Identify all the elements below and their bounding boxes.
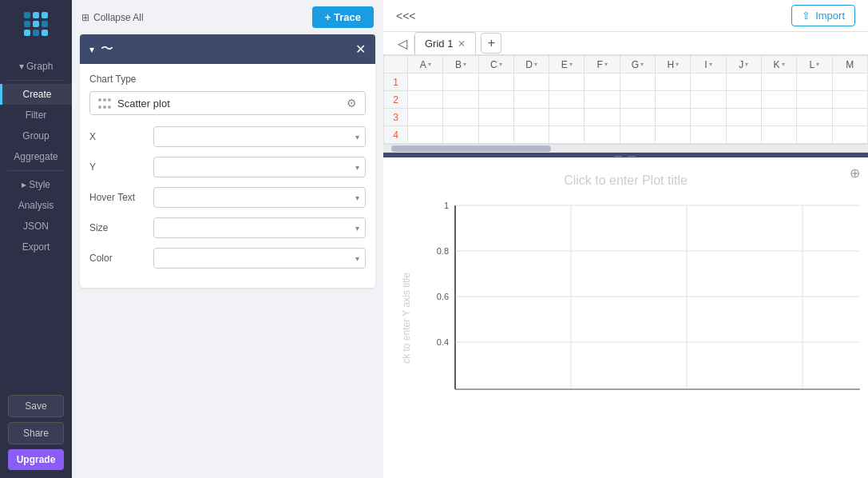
save-button[interactable]: Save — [8, 395, 64, 417]
cell-c2[interactable] — [478, 91, 513, 109]
cell-f1[interactable] — [585, 74, 620, 91]
cell-l1[interactable] — [797, 74, 832, 91]
cell-k4[interactable] — [761, 126, 796, 144]
nav-back-button[interactable]: <<< — [396, 10, 416, 22]
cell-i4[interactable] — [691, 126, 726, 144]
cell-c3[interactable] — [478, 109, 513, 126]
cell-d4[interactable] — [513, 126, 549, 144]
cell-k3[interactable] — [761, 109, 796, 126]
cell-e3[interactable] — [549, 109, 585, 126]
cell-i2[interactable] — [691, 91, 726, 109]
cell-l3[interactable] — [797, 109, 832, 126]
cell-m2[interactable] — [832, 91, 867, 109]
color-field-select[interactable] — [153, 248, 366, 269]
cell-f3[interactable] — [585, 109, 620, 126]
cell-d1[interactable] — [513, 74, 549, 91]
cell-j3[interactable] — [726, 109, 761, 126]
col-header-f[interactable]: F ▾ — [585, 56, 620, 74]
col-header-d[interactable]: D ▾ — [513, 56, 549, 74]
cell-a4[interactable] — [408, 126, 443, 144]
cell-g1[interactable] — [620, 74, 655, 91]
cell-j1[interactable] — [726, 74, 761, 91]
gear-icon[interactable]: ⚙ — [347, 97, 357, 110]
chart-title-placeholder[interactable]: Click to enter Plot title — [564, 173, 688, 188]
col-header-e[interactable]: E ▾ — [549, 56, 585, 74]
col-header-h[interactable]: H ▾ — [656, 56, 691, 74]
cell-f4[interactable] — [585, 126, 620, 144]
cell-e4[interactable] — [549, 126, 585, 144]
cell-i1[interactable] — [691, 74, 726, 91]
chart-type-selector[interactable]: Scatter plot ⚙ — [89, 91, 366, 115]
cell-k2[interactable] — [761, 91, 796, 109]
sidebar-item-aggregate[interactable]: Aggregate — [0, 146, 72, 167]
cell-l2[interactable] — [797, 91, 832, 109]
cell-d2[interactable] — [513, 91, 549, 109]
cell-m4[interactable] — [832, 126, 867, 144]
cell-e2[interactable] — [549, 91, 585, 109]
cell-m3[interactable] — [832, 109, 867, 126]
cell-i3[interactable] — [691, 109, 726, 126]
cell-c1[interactable] — [478, 74, 513, 91]
cell-b1[interactable] — [443, 74, 478, 91]
collapse-all-button[interactable]: ⊞ Collapse All — [81, 12, 144, 23]
cell-b4[interactable] — [443, 126, 478, 144]
close-tab-icon[interactable]: ✕ — [458, 38, 466, 50]
col-header-a[interactable]: A ▾ — [408, 56, 443, 74]
cell-g4[interactable] — [620, 126, 655, 144]
cell-c4[interactable] — [478, 126, 513, 144]
col-header-m[interactable]: M — [832, 56, 867, 74]
cell-g3[interactable] — [620, 109, 655, 126]
sidebar-item-json[interactable]: JSON — [0, 216, 72, 237]
col-header-g[interactable]: G ▾ — [620, 56, 655, 74]
logo-dot — [42, 30, 48, 36]
sidebar-item-create[interactable]: Create — [0, 84, 72, 105]
chevron-down-icon[interactable]: ▾ — [89, 44, 94, 55]
col-header-i[interactable]: I ▾ — [691, 56, 726, 74]
hover-text-field-select[interactable] — [153, 187, 366, 208]
cell-l4[interactable] — [797, 126, 832, 144]
close-icon[interactable]: ✕ — [355, 42, 366, 57]
cell-j4[interactable] — [726, 126, 761, 144]
cell-m1[interactable] — [832, 74, 867, 91]
col-header-j[interactable]: J ▾ — [726, 56, 761, 74]
sidebar-item-export[interactable]: Export — [0, 237, 72, 257]
col-header-l[interactable]: L ▾ — [797, 56, 832, 74]
sidebar-item-analysis[interactable]: Analysis — [0, 195, 72, 216]
add-trace-button[interactable]: + Trace — [312, 6, 374, 28]
cell-j2[interactable] — [726, 91, 761, 109]
size-field-select[interactable] — [153, 217, 366, 238]
cell-h3[interactable] — [656, 109, 691, 126]
grid-left-arrow[interactable]: ◁ — [391, 36, 414, 51]
horizontal-scrollbar[interactable] — [383, 145, 868, 153]
x-field-select[interactable] — [153, 126, 366, 147]
cell-d3[interactable] — [513, 109, 549, 126]
cell-h4[interactable] — [656, 126, 691, 144]
cell-a1[interactable] — [408, 74, 443, 91]
share-button[interactable]: Share — [8, 422, 64, 444]
sidebar-item-group[interactable]: Group — [0, 125, 72, 146]
col-header-c[interactable]: C ▾ — [478, 56, 513, 74]
sidebar-item-graph[interactable]: ▾ Graph — [0, 56, 72, 77]
cell-k1[interactable] — [761, 74, 796, 91]
cell-e1[interactable] — [549, 74, 585, 91]
cell-h2[interactable] — [656, 91, 691, 109]
cell-b2[interactable] — [443, 91, 478, 109]
cell-h1[interactable] — [656, 74, 691, 91]
y-axis-title-placeholder[interactable]: ck to enter Y axis title — [401, 273, 412, 364]
sidebar-item-style[interactable]: ▸ Style — [0, 174, 72, 195]
grid-tab-1[interactable]: Grid 1 ✕ — [414, 32, 476, 54]
y-field-select[interactable] — [153, 157, 366, 177]
sidebar-item-filter[interactable]: Filter — [0, 105, 72, 125]
cell-a2[interactable] — [408, 91, 443, 109]
cell-a3[interactable] — [408, 109, 443, 126]
add-grid-tab-button[interactable]: + — [481, 33, 501, 54]
cell-f2[interactable] — [585, 91, 620, 109]
zoom-icon[interactable]: ⊕ — [850, 165, 860, 181]
col-header-b[interactable]: B ▾ — [443, 56, 478, 74]
upgrade-button[interactable]: Upgrade — [8, 449, 64, 470]
scroll-thumb[interactable] — [391, 145, 551, 152]
cell-b3[interactable] — [443, 109, 478, 126]
cell-g2[interactable] — [620, 91, 655, 109]
import-button[interactable]: ⇧ Import — [791, 5, 855, 26]
col-header-k[interactable]: K ▾ — [761, 56, 796, 74]
